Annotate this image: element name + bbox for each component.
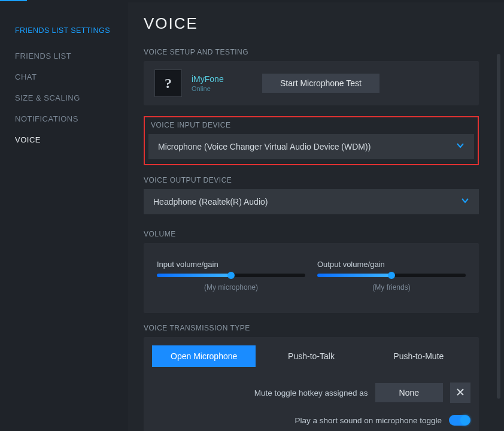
avatar: ? xyxy=(154,69,182,97)
hotkey-value-box[interactable]: None xyxy=(375,383,443,402)
user-name: iMyFone xyxy=(192,74,245,84)
input-volume-label: Input volume/gain xyxy=(157,260,305,269)
sidebar-item-chat[interactable]: CHAT xyxy=(15,72,128,81)
sound-toggle-switch[interactable] xyxy=(449,415,470,426)
voice-input-value: Microphone (Voice Changer Virtual Audio … xyxy=(158,142,371,151)
tab-push-to-talk[interactable]: Push-to-Talk xyxy=(259,345,363,367)
sidebar-item-friends-list[interactable]: FRIENDS LIST xyxy=(15,51,128,60)
chevron-down-icon xyxy=(461,196,469,207)
voice-output-dropdown[interactable]: Headphone (Realtek(R) Audio) xyxy=(144,189,479,214)
output-volume-slider[interactable] xyxy=(317,274,466,277)
transmission-panel: Open Microphone Push-to-Talk Push-to-Mut… xyxy=(144,337,479,431)
sidebar: FRIENDS LIST SETTINGS FRIENDS LIST CHAT … xyxy=(0,2,128,431)
voice-output-value: Headphone (Realtek(R) Audio) xyxy=(153,197,268,207)
sidebar-heading: FRIENDS LIST SETTINGS xyxy=(15,26,128,35)
page-title: VOICE xyxy=(144,14,479,33)
chevron-down-icon xyxy=(456,141,464,152)
hotkey-label: Mute toggle hotkey assigned as xyxy=(254,388,368,397)
sidebar-item-voice[interactable]: VOICE xyxy=(15,135,128,144)
toggle-knob xyxy=(460,415,470,425)
input-volume-slider[interactable] xyxy=(157,274,305,277)
sidebar-item-size-scaling[interactable]: SIZE & SCALING xyxy=(15,93,128,102)
voice-setup-panel: ? iMyFone Online Start Microphone Test xyxy=(144,61,479,105)
section-label-input-device: VOICE INPUT DEVICE xyxy=(148,121,474,129)
input-volume-sub: (My microphone) xyxy=(157,283,305,292)
sidebar-item-notifications[interactable]: NOTIFICATIONS xyxy=(15,114,128,123)
output-volume-label: Output volume/gain xyxy=(317,260,466,269)
voice-input-dropdown[interactable]: Microphone (Voice Changer Virtual Audio … xyxy=(148,134,474,159)
close-icon xyxy=(457,387,464,398)
scrollbar[interactable] xyxy=(497,54,500,399)
slider-thumb[interactable] xyxy=(388,272,395,279)
slider-thumb[interactable] xyxy=(227,272,235,279)
start-mic-test-button[interactable]: Start Microphone Test xyxy=(262,74,379,93)
main-panel: VOICE VOICE SETUP AND TESTING ? iMyFone … xyxy=(128,2,504,431)
voice-input-highlight: VOICE INPUT DEVICE Microphone (Voice Cha… xyxy=(144,116,479,165)
volume-panel: Input volume/gain (My microphone) Output… xyxy=(144,243,479,313)
output-volume-sub: (My friends) xyxy=(317,283,466,292)
user-status: Online xyxy=(192,85,245,92)
tab-push-to-mute[interactable]: Push-to-Mute xyxy=(367,345,470,367)
section-label-setup: VOICE SETUP AND TESTING xyxy=(144,48,479,56)
section-label-output-device: VOICE OUTPUT DEVICE xyxy=(144,176,479,184)
clear-hotkey-button[interactable] xyxy=(450,383,470,403)
section-label-volume: VOLUME xyxy=(144,230,479,238)
sound-toggle-label: Play a short sound on microphone toggle xyxy=(295,416,442,425)
section-label-transmission: VOICE TRANSMISSION TYPE xyxy=(144,324,479,332)
tab-open-microphone[interactable]: Open Microphone xyxy=(152,345,256,367)
